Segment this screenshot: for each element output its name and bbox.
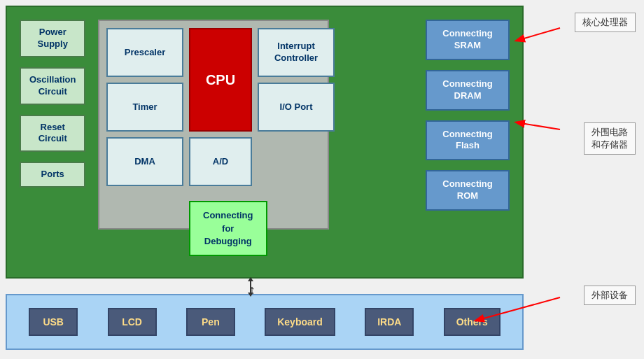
connecting-sram-box: ConnectingSRAM [426,20,510,60]
lcd-device: LCD [108,308,157,336]
pen-device: Pen [186,308,235,336]
core-processor-label: 核心处理器 [575,13,636,32]
interrupt-controller-box: InterruptController [258,28,335,77]
cpu-grid: Prescaler CPU InterruptController Timer … [106,28,321,186]
dma-box: DMA [106,137,183,186]
others-device: Others [444,308,500,336]
io-port-box: I/O Port [258,83,335,132]
prescaler-box: Prescaler [106,28,183,77]
right-column: ConnectingSRAM ConnectingDRAM Connecting… [426,20,510,211]
external-devices-label: 外部设备 [584,286,636,305]
connecting-dram-box: ConnectingDRAM [426,70,510,111]
debug-box: ConnectingforDebugging [189,201,267,256]
power-supply-box: PowerSupply [20,20,85,57]
reset-circuit-box: ResetCircuit [20,115,85,153]
peripheral-label-group: 外围电路和存储器 [584,122,636,155]
main-container: PowerSupply OscillationCircuit ResetCirc… [0,0,644,359]
usb-device: USB [29,308,78,336]
green-board: PowerSupply OscillationCircuit ResetCirc… [6,6,524,279]
left-column: PowerSupply OscillationCircuit ResetCirc… [20,20,85,188]
cpu-board: Prescaler CPU InterruptController Timer … [98,20,329,230]
keyboard-device: Keyboard [265,308,335,336]
ports-box: Ports [20,162,85,188]
irda-device: IRDA [365,308,414,336]
cpu-chip: CPU [189,28,252,132]
connecting-flash-box: ConnectingFlash [426,120,510,161]
bottom-devices-bar: USB LCD Pen Keyboard IRDA Others [6,294,524,350]
connecting-rom-box: ConnectingROM [426,170,510,211]
peripheral-label: 外围电路和存储器 [584,122,636,155]
ad-box: A/D [189,137,252,186]
core-processor-label-group: 核心处理器 [575,13,636,32]
oscillation-circuit-box: OscillationCircuit [20,67,85,105]
timer-box: Timer [106,83,183,132]
external-label-group: 外部设备 [584,286,636,305]
